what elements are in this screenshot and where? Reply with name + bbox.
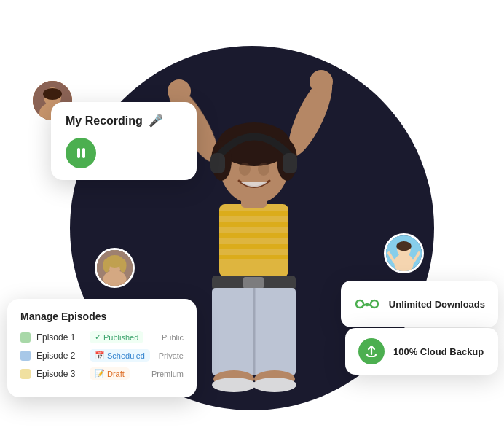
svg-point-29: [43, 88, 62, 100]
pause-icon: [77, 148, 85, 158]
feature-card-backup: 100% Cloud Backup: [345, 328, 498, 375]
episode-row-1: Episode 1 ✓ Published Public: [20, 331, 184, 343]
feature-card-downloads: Unlimited Downloads: [341, 281, 498, 327]
svg-rect-9: [219, 255, 288, 259]
recording-card: My Recording 🎤: [51, 102, 197, 180]
svg-point-25: [212, 378, 256, 392]
episode-color-3: [20, 369, 31, 379]
svg-point-35: [119, 258, 126, 272]
calendar-icon: 📅: [95, 351, 105, 360]
avatar-image-2: [97, 250, 133, 286]
episode-row-2: Episode 2 📅 Scheduled Private: [20, 349, 184, 362]
upload-icon: [358, 338, 385, 364]
episode-badge-2: 📅 Scheduled: [90, 349, 150, 362]
check-icon: ✓: [95, 332, 101, 342]
svg-rect-15: [210, 153, 225, 173]
episode-badge-3: 📝 Draft: [90, 367, 130, 380]
svg-point-3: [310, 70, 333, 93]
svg-rect-20: [243, 277, 264, 289]
episode-color-2: [20, 351, 31, 361]
avatar-image-3: [386, 235, 422, 271]
pause-button[interactable]: [66, 138, 96, 168]
svg-rect-6: [219, 222, 288, 227]
backup-label: 100% Cloud Backup: [393, 346, 484, 357]
svg-point-17: [239, 163, 251, 176]
svg-point-18: [258, 163, 269, 176]
downloads-label: Unlimited Downloads: [389, 299, 485, 310]
episode-name-3: Episode 3: [36, 369, 84, 379]
svg-rect-7: [219, 233, 288, 238]
svg-point-26: [253, 378, 296, 392]
avatar-right: [384, 233, 424, 273]
episode-row-3: Episode 3 📝 Draft Premium: [20, 367, 184, 380]
recording-title: My Recording: [66, 114, 143, 128]
svg-point-34: [103, 258, 109, 272]
mic-icon: 🎤: [149, 114, 163, 128]
episodes-card: Manage Episodes Episode 1 ✓ Published Pu…: [7, 299, 197, 397]
episode-name-1: Episode 1: [36, 332, 84, 343]
draft-icon: 📝: [95, 369, 105, 378]
episode-visibility-1: Public: [162, 333, 184, 342]
recording-title-row: My Recording 🎤: [66, 114, 182, 128]
episode-name-2: Episode 2: [36, 351, 84, 361]
episode-color-1: [20, 332, 31, 343]
svg-rect-5: [219, 211, 288, 216]
episode-badge-1: ✓ Published: [90, 331, 143, 343]
svg-point-2: [168, 79, 191, 103]
svg-point-40: [394, 254, 413, 273]
avatar-mid-left: [95, 248, 135, 288]
infinity-icon: [354, 291, 380, 317]
svg-rect-16: [283, 153, 297, 173]
scene: My Recording 🎤 Manage Episodes Episode 1…: [0, 0, 504, 441]
svg-rect-8: [219, 244, 288, 249]
episodes-title: Manage Episodes: [20, 311, 184, 322]
svg-point-39: [396, 241, 412, 251]
episode-visibility-2: Private: [159, 351, 184, 360]
episode-visibility-3: Premium: [151, 370, 184, 378]
